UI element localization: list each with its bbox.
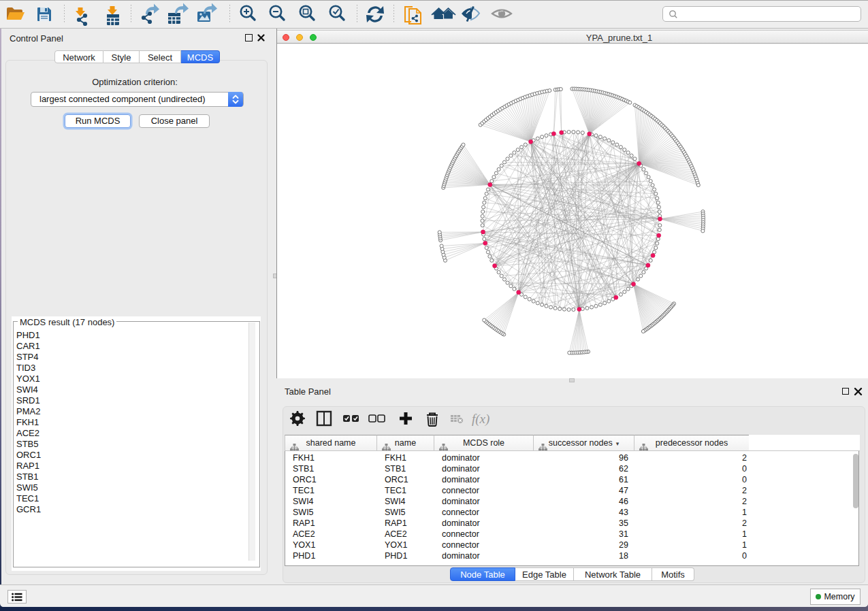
svg-text:f(x): f(x) <box>472 412 489 427</box>
